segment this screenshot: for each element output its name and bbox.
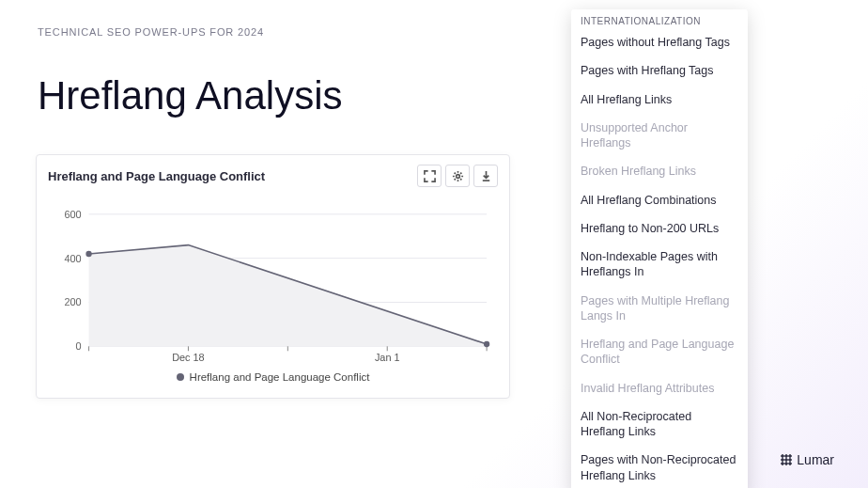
svg-point-17 [85,251,91,257]
legend-dot-icon [177,373,184,381]
gear-icon [452,170,464,182]
internationalization-panel: INTERNATIONALIZATION Pages without Hrefl… [571,9,748,488]
settings-button[interactable] [445,165,470,187]
brand-logo: Lumar [781,452,834,467]
chart-header: Hreflang and Page Language Conflict [37,155,509,197]
brand-icon [781,454,792,465]
panel-heading: INTERNATIONALIZATION [571,9,748,28]
panel-item: Pages with Multiple Hreflang Langs In [571,287,748,331]
panel-item[interactable]: All Hreflang Combinations [571,186,748,214]
svg-point-18 [484,341,489,347]
fullscreen-icon [424,170,436,182]
svg-text:Dec 18: Dec 18 [172,352,204,363]
panel-item[interactable]: All Hreflang Links [571,86,748,114]
panel-item[interactable]: Non-Indexable Pages with Hreflangs In [571,243,748,287]
panel-item[interactable]: Hreflang to Non-200 URLs [571,214,748,243]
svg-point-0 [456,174,459,178]
chart-title: Hreflang and Page Language Conflict [48,169,265,183]
panel-item[interactable]: Pages with Non-Reciprocated Hreflang Lin… [571,446,748,488]
svg-text:600: 600 [64,209,81,220]
eyebrow-text: TECHNICAL SEO POWER-UPS FOR 2024 [38,26,264,38]
panel-item[interactable]: Pages without Hreflang Tags [571,28,748,56]
download-button[interactable] [473,165,498,187]
legend-label: Hreflang and Page Language Conflict [190,371,370,383]
page-title: Hreflang Analysis [38,73,343,118]
download-icon [480,170,492,182]
svg-text:0: 0 [76,340,82,352]
svg-text:200: 200 [64,296,81,307]
chart-card: Hreflang and Page Language Conflict 0200… [36,154,510,399]
panel-item: Invalid Hreflang Attributes [571,374,748,402]
svg-text:400: 400 [64,253,81,264]
panel-item: Broken Hreflang Links [571,157,748,185]
svg-text:Jan 1: Jan 1 [375,352,400,363]
chart-plot: 0200400600Dec 18Jan 1 [50,206,496,366]
brand-name: Lumar [797,452,834,467]
panel-item[interactable]: Pages with Hreflang Tags [571,56,748,85]
chart-body: 0200400600Dec 18Jan 1 Hreflang and Page … [37,197,509,398]
svg-rect-1 [482,180,488,181]
panel-item: Hreflang and Page Language Conflict [571,330,748,374]
chart-legend: Hreflang and Page Language Conflict [50,366,496,390]
chart-actions [417,165,498,187]
fullscreen-button[interactable] [417,165,442,187]
panel-item: Unsupported Anchor Hreflangs [571,114,748,158]
panel-item[interactable]: All Non-Reciprocated Hreflang Links [571,402,748,447]
